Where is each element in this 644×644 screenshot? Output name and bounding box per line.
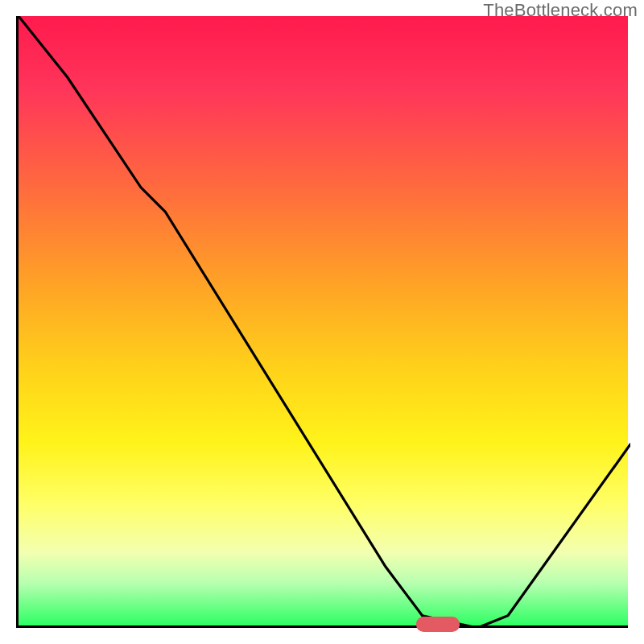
curve-svg <box>19 16 630 628</box>
bottleneck-curve <box>19 16 630 628</box>
chart-container: TheBottleneck.com <box>0 0 644 644</box>
optimal-marker <box>416 617 460 631</box>
plot-area <box>16 16 628 628</box>
